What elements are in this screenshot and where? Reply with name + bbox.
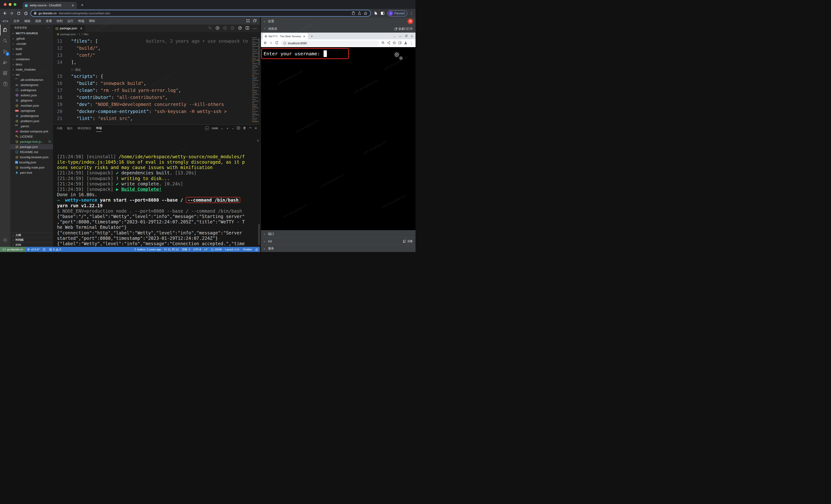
kill-terminal-trash-icon[interactable] <box>243 126 246 130</box>
terminal-scrollbar[interactable] <box>258 224 260 245</box>
new-terminal-button[interactable]: ＋ <box>226 126 229 130</box>
nav-forward-icon[interactable] <box>230 26 234 31</box>
editor-tab-package-json[interactable]: {} package.json ✕ <box>53 25 85 32</box>
editor-tab-close-icon[interactable]: ✕ <box>80 27 83 30</box>
eol-indicator[interactable]: LF <box>203 247 209 252</box>
embedded-forward-icon[interactable] <box>269 41 273 46</box>
remote-run-circle-icon[interactable] <box>0 79 10 89</box>
sync-icon[interactable] <box>41 247 47 252</box>
language-indicator[interactable]: {} JSON <box>209 247 224 252</box>
section-services[interactable]: › 服务 <box>261 245 416 252</box>
new-terminal-chevron-icon[interactable]: ⌄ <box>232 126 234 130</box>
tree-file[interactable]: npm.npmignore <box>10 108 53 113</box>
embedded-menu-kebab-icon[interactable]: ⋮ <box>410 41 413 46</box>
maximize-panel-chevron-icon[interactable] <box>249 126 252 130</box>
panel-tab[interactable]: 调试控制台 <box>77 125 91 132</box>
panel-tab[interactable]: 问题 <box>57 125 62 132</box>
tree-file[interactable]: .dockerignore <box>10 82 53 87</box>
extensions-puzzle-icon[interactable] <box>373 11 378 16</box>
embedded-tab[interactable]: WeTTY - The Web Terminal ✕ <box>263 33 308 39</box>
section-ports[interactable]: › 端口 <box>261 230 416 237</box>
section-settings[interactable]: › 设置 邓 <box>261 18 416 25</box>
menubar-item[interactable]: 运行 <box>65 19 76 23</box>
cursor-position[interactable]: 行 11, 列 13 <box>163 247 180 252</box>
embedded-restore-icon[interactable] <box>405 35 407 38</box>
indentation-indicator[interactable]: 空格: 2 <box>180 247 192 252</box>
forward-icon[interactable] <box>9 11 14 16</box>
open-new-window-button[interactable]: 新窗口打开 <box>394 27 413 31</box>
embedded-minimize-icon[interactable]: — <box>399 35 402 38</box>
tree-file[interactable]: {}.prettierrc.json <box>10 118 53 123</box>
tree-file[interactable]: {}tsconfig.browser.json <box>10 154 53 160</box>
back-icon[interactable] <box>2 11 7 16</box>
problems-indicator[interactable]: 0 0 <box>47 247 63 252</box>
user-badge[interactable]: 邓 <box>407 19 413 24</box>
blame-indicator[interactable]: butlerx, 2 years ago <box>132 247 163 252</box>
split-editor-icon[interactable] <box>246 26 249 31</box>
source-control-icon[interactable]: 1 <box>0 46 10 57</box>
menubar-item[interactable]: 编辑 <box>22 19 33 23</box>
tree-file[interactable]: LICENSE <box>10 134 53 139</box>
sidebar-section[interactable]: ›大纲 <box>10 233 53 237</box>
tree-folder[interactable]: ›node_modules <box>10 67 53 72</box>
tree-folder[interactable]: ›src <box>10 72 53 77</box>
formatter-indicator[interactable]: Prettier <box>241 247 254 252</box>
tree-file[interactable]: .yarnrc <box>10 123 53 129</box>
browser-menu-kebab-icon[interactable]: ⋮ <box>410 11 413 16</box>
nav-back-icon[interactable] <box>216 26 220 31</box>
save-clipboard-icon[interactable] <box>351 11 355 16</box>
embedded-side-panel-icon[interactable] <box>398 41 402 46</box>
tree-file[interactable]: {}package-lock.js...U <box>10 139 53 144</box>
tree-folder[interactable]: ›build <box>10 46 53 51</box>
remote-indicator[interactable]: go.titanide.cn <box>0 247 26 252</box>
run-profile-icon[interactable] <box>238 26 242 31</box>
close-panel-icon[interactable]: ✕ <box>255 126 257 130</box>
shell-dropdown-chevron-icon[interactable]: ⌄ <box>221 126 223 130</box>
tree-folder[interactable]: ›containers <box>10 57 53 62</box>
embedded-share-icon[interactable] <box>387 41 391 46</box>
editor-scrollbar[interactable] <box>258 38 260 65</box>
git-branch-indicator[interactable]: v2.5.0* <box>26 247 41 252</box>
tree-file[interactable]: yarn.lock <box>10 170 53 175</box>
clone-button[interactable]: 克隆 <box>403 239 413 243</box>
menubar-item[interactable]: 查看 <box>44 19 54 23</box>
browser-tab[interactable]: wetty-source - CloudIDE ✕ <box>23 2 77 9</box>
tree-file[interactable]: README.md <box>10 149 53 154</box>
embedded-url-bar[interactable]: localhost:8080 <box>281 40 379 46</box>
compare-changes-icon[interactable] <box>208 26 212 31</box>
encoding-indicator[interactable]: UTF-8 <box>192 247 203 252</box>
embedded-tab-close-icon[interactable]: ✕ <box>303 35 306 38</box>
notifications-bell-icon[interactable] <box>254 247 260 252</box>
embedded-reload-icon[interactable] <box>275 41 279 46</box>
new-tab-button[interactable]: + <box>81 2 84 8</box>
tree-folder[interactable]: ›.github <box>10 36 53 41</box>
explorer-more-icon[interactable]: ⋯ <box>47 26 50 29</box>
wetty-terminal[interactable]: Enter your username: john.deng@qq.comjoh… <box>261 47 416 230</box>
terminal-output[interactable]: › [21:24:58] [esinstall] /home/ide/works… <box>53 132 260 247</box>
sidebar-section[interactable]: ›时间线 <box>10 237 53 242</box>
menubar-item[interactable]: 转到 <box>54 19 65 23</box>
panel-tab[interactable]: 输出 <box>67 125 73 132</box>
profile-paused-button[interactable]: J Paused <box>388 10 407 17</box>
home-icon[interactable] <box>24 11 28 16</box>
macos-traffic-lights[interactable] <box>4 3 17 6</box>
layout-icon[interactable] <box>253 19 257 23</box>
embedded-bookmark-star-icon[interactable] <box>393 41 396 46</box>
side-panel-icon[interactable] <box>380 11 385 16</box>
menubar-item[interactable]: 文件 <box>11 19 22 23</box>
menubar-item[interactable]: 帮助 <box>87 19 97 23</box>
settings-gear-icon[interactable] <box>0 235 10 245</box>
tree-file[interactable]: {}.mocharc.json <box>10 103 53 108</box>
menubar-item[interactable]: 选择 <box>33 19 44 23</box>
embedded-close-icon[interactable]: ✕ <box>411 35 413 38</box>
tab-close-icon[interactable]: ✕ <box>71 4 75 7</box>
fullscreen-icon[interactable] <box>246 19 250 23</box>
close-window-button[interactable] <box>4 3 6 6</box>
tree-folder[interactable]: ›docs <box>10 62 53 67</box>
tree-folder[interactable]: ›conf <box>10 51 53 57</box>
run-debug-icon[interactable] <box>0 57 10 68</box>
tree-file[interactable]: .eslintignore <box>10 87 53 93</box>
tree-file[interactable]: docker-compose.yml <box>10 129 53 134</box>
section-browser[interactable]: › 浏览器 新窗口打开 <box>261 25 416 33</box>
tree-file[interactable]: {}tsconfig.node.json <box>10 165 53 170</box>
